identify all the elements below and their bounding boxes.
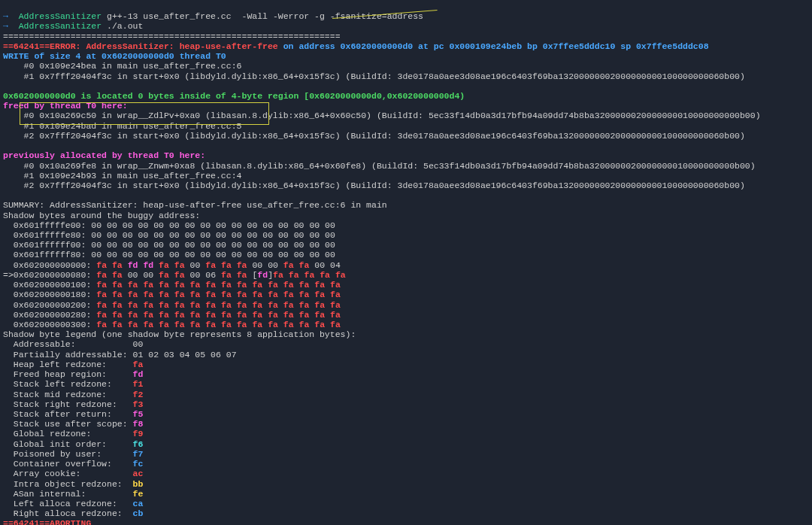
shadow-byte: 00 xyxy=(247,230,258,240)
shadow-byte: fa xyxy=(252,310,262,320)
legend-code: 00 xyxy=(133,339,144,349)
legend-label: Right alloca redzone: xyxy=(3,508,133,518)
run-command: ./a.out xyxy=(107,21,143,31)
shadow-addr: 0x601ffffff80: xyxy=(3,250,86,259)
stack-line: #0 0x10a269c50 in wrap__ZdlPv+0xa0 (liba… xyxy=(3,111,761,120)
shadow-byte: fa xyxy=(237,310,247,320)
legend-label: Array cookie: xyxy=(3,469,133,478)
legend-code: 01 02 03 04 05 06 07 xyxy=(133,350,237,360)
shadow-byte: fd xyxy=(128,260,138,270)
shadow-byte: fa xyxy=(252,320,262,329)
cwd: AddressSanitizer xyxy=(19,21,102,31)
shadow-byte: fa xyxy=(96,280,107,290)
stack-line: #1 0x7fff20404f3c in start+0x0 (libdyld.… xyxy=(3,71,745,81)
shadow-byte: 00 xyxy=(216,240,226,250)
shadow-addr: 0x602000000000: xyxy=(3,260,91,270)
shadow-byte: fa xyxy=(159,280,169,290)
stack-line: #2 0x7fff20404f3c in start+0x0 (libdyld.… xyxy=(3,181,745,190)
shadow-byte: fa xyxy=(320,270,330,280)
shadow-byte: 00 xyxy=(200,220,211,230)
shadow-byte: 00 xyxy=(153,250,164,259)
shadow-byte: fa xyxy=(174,260,185,270)
shadow-byte: fa xyxy=(252,290,262,299)
legend-label: Left alloca redzone: xyxy=(3,499,133,508)
shadow-byte: 00 xyxy=(123,240,133,250)
write-line: WRITE of size 4 at 0x6020000000d0 thread… xyxy=(3,51,226,61)
located-address: 0x6020000000d0 xyxy=(3,91,76,101)
shadow-addr: 0x601fffffe80: xyxy=(3,230,86,240)
shadow-byte: fa xyxy=(112,300,123,310)
legend-code: f8 xyxy=(133,419,144,429)
shadow-byte: 00 xyxy=(262,230,273,240)
legend-code: f6 xyxy=(133,439,144,449)
shadow-byte: fa xyxy=(237,260,247,270)
shadow-byte: 00 xyxy=(314,260,325,270)
stack-line-highlighted: #1 0x109e24bad in main use_after_free.cc… xyxy=(3,121,241,131)
shadow-byte: 00 xyxy=(169,230,180,240)
shadow-addr: 0x602000000180: xyxy=(3,290,91,299)
shadow-byte: fa xyxy=(268,310,278,320)
legend-label: ASan internal: xyxy=(3,489,133,499)
shadow-byte: 00 xyxy=(309,230,320,240)
shadow-byte: fa xyxy=(205,320,216,329)
shadow-byte: 00 xyxy=(262,220,273,230)
shadow-byte: fa xyxy=(299,290,310,299)
shadow-byte: 00 xyxy=(294,220,304,230)
shadow-addr: 0x602000000200: xyxy=(3,300,91,310)
shadow-byte: 06 xyxy=(205,270,216,280)
cwd: AddressSanitizer xyxy=(19,11,102,21)
shadow-byte: fd xyxy=(257,270,268,280)
legend-code: ca xyxy=(133,499,144,508)
shadow-byte: fa xyxy=(237,320,247,329)
shadow-byte: fa xyxy=(314,310,325,320)
legend-code: cb xyxy=(133,508,144,518)
shadow-byte: 00 xyxy=(309,250,320,259)
prompt-arrow: → xyxy=(3,21,8,31)
shadow-byte: 00 xyxy=(268,260,278,270)
shadow-byte: fa xyxy=(299,320,310,329)
shadow-byte: fa xyxy=(205,280,216,290)
asan-error-detail: on address 0x6020000000d0 at pc 0x000109… xyxy=(283,41,709,51)
shadow-byte: fa xyxy=(299,260,310,270)
shadow-byte: 00 xyxy=(325,220,335,230)
legend-code: f3 xyxy=(133,399,144,409)
shadow-byte: fa xyxy=(330,320,341,329)
shadow-byte: fa xyxy=(283,280,294,290)
shadow-byte: fa xyxy=(128,280,138,290)
shadow-byte: 00 xyxy=(123,250,133,259)
shadow-byte: fa xyxy=(268,320,278,329)
shadow-byte: fa xyxy=(190,300,201,310)
shadow-byte: fa xyxy=(330,280,341,290)
terminal-output[interactable]: → AddressSanitizer g++-13 use_after_free… xyxy=(0,0,812,525)
shadow-addr: =>0x602000000080: xyxy=(3,270,91,280)
shadow-byte: 00 xyxy=(294,230,304,240)
legend-code: fd xyxy=(133,369,144,379)
shadow-byte: 00 xyxy=(247,240,258,250)
shadow-addr: 0x602000000300: xyxy=(3,320,91,329)
shadow-byte: fa xyxy=(237,300,247,310)
shadow-byte: fa xyxy=(314,300,325,310)
shadow-byte: 00 xyxy=(278,230,289,240)
shadow-byte: fa xyxy=(159,310,169,320)
legend-label: Container overflow: xyxy=(3,459,133,469)
shadow-byte: 00 xyxy=(169,250,180,259)
shadow-byte: 00 xyxy=(185,230,195,240)
shadow-byte: 00 xyxy=(247,250,258,259)
shadow-byte: fa xyxy=(96,310,107,320)
stack-line: #2 0x7fff20404f3c in start+0x0 (libdyld.… xyxy=(3,131,745,141)
shadow-intro: Shadow bytes around the buggy address: xyxy=(3,211,200,220)
shadow-byte: 00 xyxy=(309,240,320,250)
shadow-byte: fa xyxy=(268,290,278,299)
legend-label: Stack after return: xyxy=(3,409,133,419)
shadow-byte: fa xyxy=(289,270,299,280)
shadow-byte: fa xyxy=(174,320,185,329)
shadow-byte: fa xyxy=(268,280,278,290)
shadow-byte: 00 xyxy=(232,250,242,259)
shadow-addr: 0x601ffffff00: xyxy=(3,240,86,250)
shadow-byte: fa xyxy=(221,320,232,329)
shadow-byte: fa xyxy=(237,290,247,299)
shadow-byte: fa xyxy=(143,280,153,290)
stack-line: #0 0x109e24bea in main use_after_free.cc… xyxy=(3,61,241,71)
shadow-byte: 00 xyxy=(91,240,102,250)
shadow-byte: fa xyxy=(314,280,325,290)
